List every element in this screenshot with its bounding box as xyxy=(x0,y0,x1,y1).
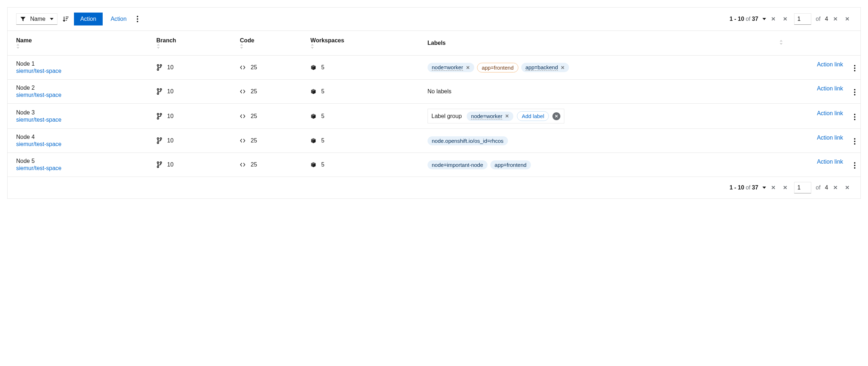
last-page-button[interactable]: ✕ xyxy=(843,14,852,24)
bottom-pagination: 1 - 10 of 37 ✕ ✕ of 4 ✕ ✕ xyxy=(8,177,860,198)
cube-icon xyxy=(311,88,316,95)
label-chip[interactable]: app=backend✕ xyxy=(521,63,569,72)
chip-remove-icon[interactable]: ✕ xyxy=(466,65,470,70)
last-page-button[interactable]: ✕ xyxy=(843,182,852,193)
sort-amount-icon xyxy=(62,16,69,22)
svg-point-3 xyxy=(157,89,158,90)
page-number-input[interactable] xyxy=(794,13,811,25)
chip-remove-icon[interactable]: ✕ xyxy=(561,65,565,70)
svg-point-4 xyxy=(160,89,161,90)
cube-icon xyxy=(311,113,316,119)
label-chip[interactable]: Add label xyxy=(517,111,549,121)
node-space-link[interactable]: siemur/test-space xyxy=(16,117,61,123)
svg-point-2 xyxy=(157,69,158,70)
table-row: Node 5 siemur/test-space 10 25 5 node=im… xyxy=(8,153,860,177)
next-page-button[interactable]: ✕ xyxy=(831,14,840,24)
node-space-link[interactable]: siemur/test-space xyxy=(16,68,61,74)
row-action-link[interactable]: Action link xyxy=(817,61,843,67)
items-range-display[interactable]: 1 - 10 of 37 xyxy=(729,16,766,22)
prev-page-button[interactable]: ✕ xyxy=(781,182,790,193)
caret-down-icon xyxy=(762,18,766,20)
code-icon xyxy=(240,113,246,119)
cube-icon xyxy=(311,137,316,144)
label-group-title: Label group xyxy=(431,113,462,119)
label-chip[interactable]: node=worker✕ xyxy=(467,112,513,121)
svg-point-11 xyxy=(157,142,158,144)
svg-point-9 xyxy=(157,138,158,139)
node-space-link[interactable]: siemur/test-space xyxy=(16,92,61,98)
labels-cell: Label group node=worker✕ Add label ✕ xyxy=(428,109,783,123)
label-chip[interactable]: node=important-node xyxy=(428,160,487,169)
chip-remove-icon[interactable]: ✕ xyxy=(505,113,509,119)
row-kebab-menu[interactable] xyxy=(852,112,858,122)
row-kebab-menu[interactable] xyxy=(852,136,858,147)
code-count: 25 xyxy=(251,161,257,168)
col-code[interactable]: Code xyxy=(234,31,305,56)
sort-icon xyxy=(311,44,416,49)
labels-cell: node=worker✕app=frontendapp=backend✕ xyxy=(428,63,783,72)
col-name[interactable]: Name xyxy=(8,31,151,56)
nodes-table: Name Branch Code Workspaces Labels xyxy=(8,31,860,177)
sort-icon xyxy=(157,44,229,49)
first-page-button[interactable]: ✕ xyxy=(769,182,778,193)
row-kebab-menu[interactable] xyxy=(852,87,858,98)
workspace-count: 5 xyxy=(321,64,325,71)
node-name: Node 1 xyxy=(16,61,145,67)
row-action-link[interactable]: Action link xyxy=(817,159,843,165)
label-chip[interactable]: node.openshift.io/os_id=rhcos xyxy=(428,136,508,145)
filter-attribute-select[interactable]: Name xyxy=(16,13,57,25)
sort-button[interactable] xyxy=(60,14,71,24)
col-branch[interactable]: Branch xyxy=(151,31,234,56)
data-table-container: Name Action Action 1 - 10 of 37 ✕ ✕ of 4… xyxy=(7,7,861,199)
cube-icon xyxy=(311,64,316,71)
code-icon xyxy=(240,64,246,71)
branch-count: 10 xyxy=(167,137,174,144)
node-space-link[interactable]: siemur/test-space xyxy=(16,141,61,147)
secondary-action-button[interactable]: Action xyxy=(106,13,131,25)
row-kebab-menu[interactable] xyxy=(852,63,858,74)
code-count: 25 xyxy=(251,137,257,144)
branch-icon xyxy=(157,113,162,119)
page-number-input[interactable] xyxy=(794,182,811,193)
col-workspaces[interactable]: Workspaces xyxy=(305,31,422,56)
node-name: Node 4 xyxy=(16,134,145,140)
items-range-display[interactable]: 1 - 10 of 37 xyxy=(729,184,766,191)
svg-point-5 xyxy=(157,93,158,94)
primary-action-button[interactable]: Action xyxy=(74,13,103,25)
branch-icon xyxy=(157,64,162,71)
node-space-link[interactable]: siemur/test-space xyxy=(16,165,61,171)
row-kebab-menu[interactable] xyxy=(852,160,858,171)
toolbar: Name Action Action 1 - 10 of 37 ✕ ✕ of 4… xyxy=(8,8,860,31)
svg-point-7 xyxy=(160,113,161,114)
branch-icon xyxy=(157,161,162,168)
filter-label: Name xyxy=(30,16,46,22)
branch-count: 10 xyxy=(167,161,174,168)
code-count: 25 xyxy=(251,113,257,119)
toolbar-kebab-menu[interactable] xyxy=(135,14,140,24)
first-page-button[interactable]: ✕ xyxy=(769,14,778,24)
row-action-link[interactable]: Action link xyxy=(817,85,843,92)
caret-down-icon xyxy=(762,187,766,189)
svg-point-12 xyxy=(157,162,158,163)
no-labels-text: No labels xyxy=(428,88,452,95)
col-labels[interactable]: Labels xyxy=(422,31,789,56)
workspace-count: 5 xyxy=(321,161,325,168)
clear-labels-button[interactable]: ✕ xyxy=(552,112,560,120)
total-pages-label: of 4 xyxy=(816,16,828,22)
branch-count: 10 xyxy=(167,113,174,119)
row-action-link[interactable]: Action link xyxy=(817,110,843,116)
filter-icon xyxy=(20,16,26,22)
branch-count: 10 xyxy=(167,64,174,71)
table-row: Node 1 siemur/test-space 10 25 5 node=wo… xyxy=(8,56,860,80)
row-action-link[interactable]: Action link xyxy=(817,135,843,141)
label-chip[interactable]: app=frontend xyxy=(490,160,531,169)
sort-icon xyxy=(16,44,145,49)
svg-point-8 xyxy=(157,117,158,119)
next-page-button[interactable]: ✕ xyxy=(831,182,840,193)
prev-page-button[interactable]: ✕ xyxy=(781,14,790,24)
workspace-count: 5 xyxy=(321,113,325,119)
label-chip[interactable]: node=worker✕ xyxy=(428,63,474,72)
label-chip[interactable]: app=frontend xyxy=(477,63,518,72)
branch-icon xyxy=(157,137,162,144)
code-count: 25 xyxy=(251,64,257,71)
